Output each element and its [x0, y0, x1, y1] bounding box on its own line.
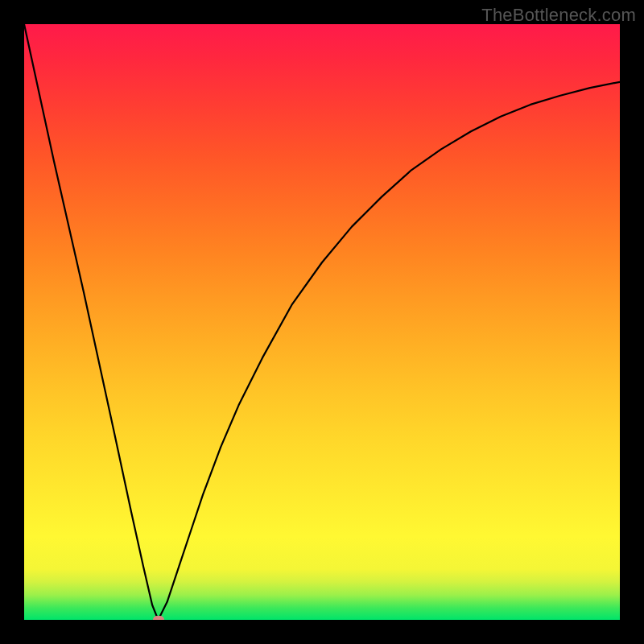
- bottleneck-curve: [24, 24, 620, 620]
- chart-frame: TheBottleneck.com: [0, 0, 644, 644]
- optimum-marker: [153, 616, 164, 620]
- watermark-text: TheBottleneck.com: [481, 5, 636, 26]
- plot-area: [24, 24, 620, 620]
